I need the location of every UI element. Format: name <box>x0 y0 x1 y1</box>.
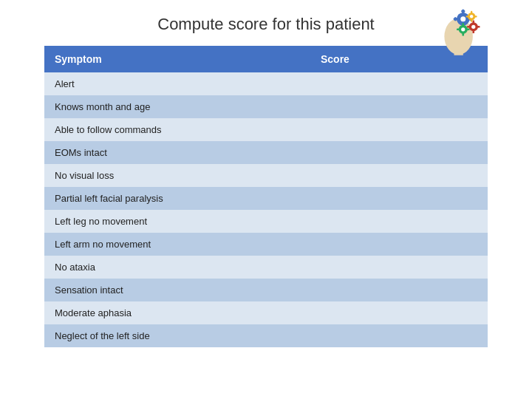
symptom-column-header: Symptom <box>44 46 310 72</box>
header-area: Compute score for this patient <box>44 15 488 34</box>
svg-rect-15 <box>472 30 474 33</box>
table-row: Alert <box>44 72 488 95</box>
score-cell <box>310 256 488 279</box>
table-row: Moderate aphasia <box>44 301 488 324</box>
symptom-cell: Alert <box>44 72 310 95</box>
svg-rect-21 <box>471 19 472 22</box>
svg-rect-17 <box>477 26 480 28</box>
page-title: Compute score for this patient <box>157 15 374 34</box>
score-cell <box>310 118 488 141</box>
table-row: Neglect of the left side <box>44 324 488 347</box>
svg-rect-23 <box>474 16 477 17</box>
score-cell <box>310 324 488 347</box>
table-row: No visual loss <box>44 164 488 187</box>
table-row: Partial left facial paralysis <box>44 187 488 210</box>
score-cell <box>310 72 488 95</box>
symptom-cell: Sensation intact <box>44 279 310 301</box>
score-cell <box>310 210 488 233</box>
symptom-cell: Left arm no movement <box>44 233 310 256</box>
svg-rect-16 <box>467 26 470 28</box>
symptom-cell: Moderate aphasia <box>44 301 310 324</box>
score-table-wrapper: Symptom Score AlertKnows month and ageAb… <box>44 46 488 347</box>
score-cell <box>310 95 488 118</box>
symptom-cell: Knows month and age <box>44 95 310 118</box>
svg-point-0 <box>444 18 473 55</box>
svg-rect-28 <box>457 28 460 30</box>
score-cell <box>310 187 488 210</box>
svg-rect-27 <box>462 33 464 35</box>
table-header-row: Symptom Score <box>44 46 488 72</box>
svg-rect-1 <box>454 52 463 55</box>
table-row: No ataxia <box>44 256 488 279</box>
svg-point-25 <box>461 27 465 31</box>
symptom-cell: EOMs intact <box>44 141 310 164</box>
symptom-cell: No visual loss <box>44 164 310 187</box>
table-row: EOMs intact <box>44 141 488 164</box>
symptom-cell: Left leg no movement <box>44 210 310 233</box>
svg-rect-26 <box>462 23 464 26</box>
score-cell <box>310 301 488 324</box>
symptom-cell: Partial left facial paralysis <box>44 187 310 210</box>
brain-gear-icon <box>436 7 488 59</box>
score-table: Symptom Score AlertKnows month and ageAb… <box>44 46 488 347</box>
symptom-cell: No ataxia <box>44 256 310 279</box>
page: Compute score for this patient <box>0 0 532 399</box>
score-cell <box>310 279 488 301</box>
score-cell <box>310 141 488 164</box>
svg-point-3 <box>460 16 466 21</box>
svg-rect-29 <box>466 28 469 30</box>
symptom-cell: Neglect of the left side <box>44 324 310 347</box>
svg-point-19 <box>470 15 473 18</box>
table-row: Knows month and age <box>44 95 488 118</box>
table-row: Left leg no movement <box>44 210 488 233</box>
symptom-cell: Able to follow commands <box>44 118 310 141</box>
svg-rect-20 <box>471 11 472 14</box>
svg-point-13 <box>471 25 475 29</box>
svg-rect-14 <box>472 21 474 24</box>
table-row: Sensation intact <box>44 279 488 301</box>
svg-rect-22 <box>466 16 469 17</box>
score-cell <box>310 164 488 187</box>
table-row: Left arm no movement <box>44 233 488 256</box>
score-cell <box>310 233 488 256</box>
table-row: Able to follow commands <box>44 118 488 141</box>
